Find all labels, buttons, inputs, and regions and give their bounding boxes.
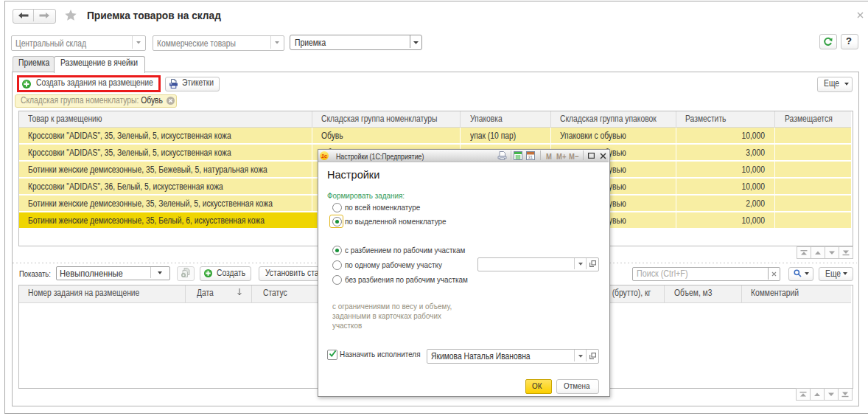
svg-text:31: 31 [528, 155, 533, 159]
svg-text:1с: 1с [321, 153, 327, 159]
